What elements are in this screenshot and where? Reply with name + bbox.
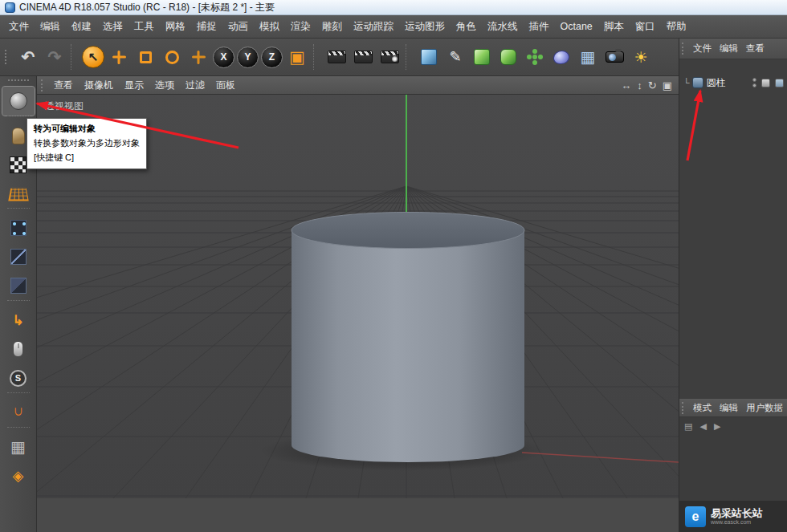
viewport-menu-item[interactable]: 面板 [210, 76, 241, 94]
viewport-menu-item[interactable]: 显示 [119, 76, 149, 94]
attribute-manager-menu-item[interactable]: 用户数据 [742, 402, 787, 414]
toolbar-grip[interactable] [5, 50, 10, 64]
object-manager-body[interactable]: └ 圆柱 [679, 59, 787, 399]
polygons-mode-icon[interactable] [2, 271, 35, 300]
deformer-icon[interactable] [549, 45, 573, 69]
main-toolbar: ↶ ↷ ↖ X Y Z ▣ [0, 39, 679, 76]
move-tool-icon[interactable] [107, 45, 131, 69]
menu-item[interactable]: 角色 [451, 15, 482, 38]
object-manager-menu-item[interactable]: 编辑 [716, 43, 742, 55]
cinema4d-window: CINEMA 4D R18.057 Studio (RC - R18) - [未… [0, 0, 787, 532]
generator-icon[interactable] [496, 45, 520, 69]
workplane-mode-icon[interactable] [2, 179, 35, 208]
lock-workplane-icon[interactable]: ▦ [2, 433, 35, 461]
menu-item[interactable]: 运动跟踪 [348, 15, 399, 38]
last-used-tool-icon[interactable] [186, 45, 210, 69]
y-axis-lock-icon[interactable]: Y [237, 47, 259, 68]
render-view-icon[interactable] [324, 45, 349, 69]
watermark-title: 易采站长站 [711, 507, 763, 520]
rotate-tool-icon[interactable] [160, 45, 184, 69]
left-toolbar-grip[interactable] [8, 79, 29, 84]
menu-item[interactable]: 渲染 [285, 15, 316, 38]
menu-item[interactable]: 工具 [128, 15, 160, 38]
viewport-menu-item[interactable]: 查看 [48, 76, 79, 94]
cylinder-object-icon[interactable] [692, 77, 703, 88]
easck-logo-icon: e [685, 506, 706, 527]
object-manager-menu-item[interactable]: 文件 [689, 43, 716, 55]
toolbar-icons: ↶ ↷ ↖ X Y Z ▣ [16, 44, 653, 70]
attribute-manager-menu-item[interactable]: 模式 [689, 402, 716, 414]
menu-item[interactable]: 动画 [222, 15, 254, 38]
tooltip-body: 转换参数对象为多边形对象 [34, 136, 140, 150]
object-manager-header: 文件编辑查看 [679, 39, 787, 59]
window-title: CINEMA 4D R18.057 Studio (RC - R18) - [未… [19, 1, 275, 14]
undo-icon[interactable]: ↶ [16, 45, 40, 69]
object-manager-menu: 文件编辑查看 [689, 43, 769, 55]
points-mode-icon[interactable] [2, 213, 35, 242]
menu-item[interactable]: 插件 [524, 15, 555, 38]
menu-item[interactable]: 脚本 [598, 15, 630, 38]
object-name[interactable]: 圆柱 [707, 76, 726, 90]
misc-tool-icon[interactable]: ◈ [2, 461, 35, 490]
attribute-manager-grip[interactable] [682, 402, 687, 414]
z-axis-lock-icon[interactable]: Z [261, 47, 283, 68]
menu-item[interactable]: 窗口 [630, 15, 661, 38]
menu-item[interactable]: 网格 [160, 15, 191, 38]
vp-rotate-icon[interactable]: ↻ [648, 79, 657, 91]
am-forward-icon[interactable]: ▶ [714, 421, 720, 432]
pen-spline-icon[interactable]: ✎ [443, 45, 467, 69]
camera-icon[interactable] [602, 45, 626, 69]
mograph-icon[interactable] [523, 45, 547, 69]
vp-pan-icon[interactable]: ↔ [621, 79, 631, 91]
viewport-solo-icon[interactable] [2, 335, 35, 363]
cylinder-object[interactable] [292, 213, 524, 463]
left-separator [7, 300, 30, 306]
menu-item[interactable]: 文件 [3, 15, 35, 38]
vp-toggle-icon[interactable]: ▣ [663, 79, 672, 91]
render-picture-viewer-icon[interactable] [351, 45, 375, 69]
primitive-cube-icon[interactable] [417, 45, 441, 69]
left-separator [7, 392, 30, 398]
menu-item[interactable]: 捕捉 [191, 15, 222, 38]
menu-item[interactable]: 流水线 [482, 15, 524, 38]
menu-item[interactable]: 选择 [97, 15, 128, 38]
watermark-subtitle: www.easck.com [711, 519, 763, 526]
am-back-icon[interactable]: ◀ [699, 421, 706, 432]
object-tag2-icon[interactable] [775, 79, 784, 87]
menu-item[interactable]: 模拟 [254, 15, 285, 38]
object-manager-menu-item[interactable]: 查看 [742, 43, 769, 55]
object-item-cylinder[interactable]: └ 圆柱 [681, 75, 786, 90]
menu-item[interactable]: 编辑 [35, 15, 66, 38]
x-axis-lock-icon[interactable]: X [213, 47, 234, 68]
viewport-menu-item[interactable]: 选项 [149, 76, 180, 94]
viewport-grip[interactable] [41, 79, 47, 91]
object-tag-icon[interactable] [761, 79, 770, 87]
axis-mode-icon[interactable]: ↳ [2, 306, 35, 335]
viewport-menu-item[interactable]: 摄像机 [79, 76, 119, 94]
scale-tool-icon[interactable] [133, 45, 157, 69]
menu-item[interactable]: 帮助 [661, 15, 692, 38]
snap-icon[interactable]: S [2, 363, 35, 392]
object-manager-grip[interactable] [682, 43, 687, 55]
redo-icon[interactable]: ↷ [43, 45, 67, 69]
menu-item[interactable]: 运动图形 [399, 15, 451, 38]
menu-item[interactable]: Octane [555, 15, 598, 38]
menu-item[interactable]: 创建 [66, 15, 97, 38]
viewport-menu-item[interactable]: 过滤 [180, 76, 210, 94]
attribute-manager-menu-item[interactable]: 编辑 [716, 402, 742, 414]
light-icon[interactable]: ☀ [629, 45, 653, 69]
subdivision-surface-icon[interactable] [470, 45, 494, 69]
toolbar-separator [71, 44, 78, 70]
render-settings-icon[interactable] [377, 45, 402, 69]
visibility-dots-icon[interactable] [752, 78, 756, 87]
convert-editable-icon[interactable] [2, 87, 35, 116]
tooltip: 转为可编辑对象 转换参数对象为多边形对象 [快捷键 C] [27, 118, 147, 169]
live-selection-icon[interactable]: ↖ [82, 46, 104, 68]
am-mode-icon[interactable]: ▤ [684, 421, 692, 432]
magnet-icon[interactable]: ∩ [2, 398, 35, 427]
edges-mode-icon[interactable] [2, 242, 35, 271]
environment-icon[interactable]: ▦ [576, 45, 600, 69]
coordinate-system-icon[interactable]: ▣ [285, 45, 309, 69]
menu-item[interactable]: 雕刻 [316, 15, 348, 38]
vp-zoom-icon[interactable]: ↕ [637, 79, 642, 91]
